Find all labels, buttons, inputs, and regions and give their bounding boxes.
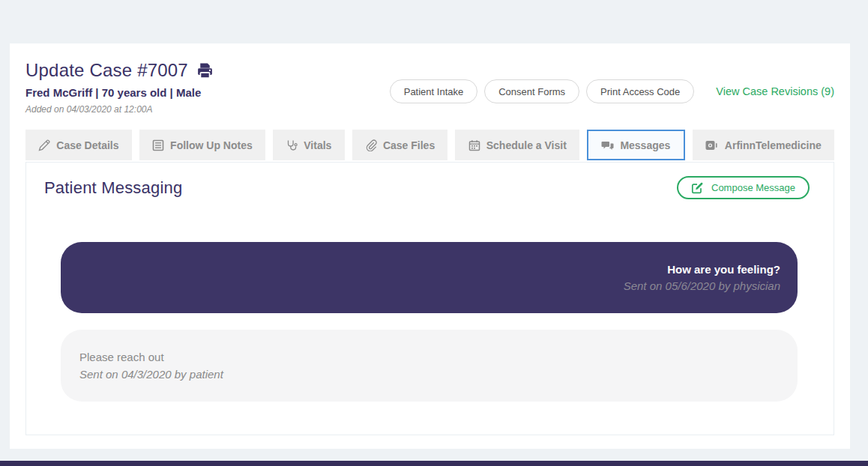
tab-vitals[interactable]: Vitals <box>273 130 345 160</box>
tab-label: Vitals <box>304 139 331 151</box>
paperclip-icon <box>365 139 377 151</box>
tab-label: Follow Up Notes <box>170 139 253 151</box>
tab-label: ArfinnTelemedicine <box>725 139 822 151</box>
message-text: How are you feeling? <box>667 263 780 276</box>
view-case-revisions-link[interactable]: View Case Revisions (9) <box>716 85 834 97</box>
tab-label: Schedule a Visit <box>486 139 567 151</box>
action-button-label: Print Access Code <box>600 86 680 97</box>
tab-label: Case Files <box>383 139 435 151</box>
tab-bar: Case Details Follow Up Notes Vitals Case… <box>25 130 834 160</box>
messaging-panel: Patient Messaging Compose Message How ar… <box>25 162 834 435</box>
compose-message-button[interactable]: Compose Message <box>677 176 810 199</box>
print-access-code-button[interactable]: Print Access Code <box>586 79 694 103</box>
action-button-label: Consent Forms <box>498 86 565 97</box>
consent-forms-button[interactable]: Consent Forms <box>484 79 579 103</box>
tab-follow-up-notes[interactable]: Follow Up Notes <box>139 130 265 160</box>
footer-bar <box>0 461 868 466</box>
panel-title: Patient Messaging <box>44 178 182 198</box>
compose-icon <box>691 181 704 194</box>
chat-bubbles-icon <box>601 139 614 151</box>
compose-message-label: Compose Message <box>711 182 795 193</box>
case-header: Update Case #7007 Fred McGriff | 70 year… <box>25 60 834 115</box>
message-bubble-patient: Please reach out Sent on 04/3/2020 by pa… <box>61 330 798 402</box>
case-added-timestamp: Added on 04/03/2020 at 12:00A <box>25 104 214 115</box>
print-icon[interactable] <box>196 61 214 80</box>
tab-arfinntelemedicine[interactable]: ArfinnTelemedicine <box>693 130 834 160</box>
tab-case-details[interactable]: Case Details <box>25 130 132 160</box>
page-title: Update Case #7007 <box>25 60 188 81</box>
message-bubble-physician: How are you feeling? Sent on 05/6/2020 b… <box>61 242 798 313</box>
tab-label: Messages <box>620 139 670 151</box>
message-list: How are you feeling? Sent on 05/6/2020 b… <box>44 242 810 402</box>
patient-summary: Fred McGriff | 70 years old | Male <box>25 86 214 99</box>
calendar-icon <box>468 139 480 151</box>
video-camera-icon <box>705 140 719 151</box>
pencil-icon <box>38 139 50 151</box>
message-timestamp: Sent on 04/3/2020 by patient <box>79 368 223 381</box>
message-text: Please reach out <box>79 351 164 363</box>
tab-case-files[interactable]: Case Files <box>352 130 448 160</box>
messaging-panel-header: Patient Messaging Compose Message <box>44 176 810 199</box>
tab-schedule-a-visit[interactable]: Schedule a Visit <box>455 130 579 160</box>
stethoscope-icon <box>286 139 298 151</box>
case-actions: Patient Intake Consent Forms Print Acces… <box>390 79 834 103</box>
tab-messages[interactable]: Messages <box>587 130 684 160</box>
case-card: Update Case #7007 Fred McGriff | 70 year… <box>10 43 850 449</box>
case-title-block: Update Case #7007 Fred McGriff | 70 year… <box>25 60 214 115</box>
tab-label: Case Details <box>56 139 118 151</box>
patient-intake-button[interactable]: Patient Intake <box>390 79 478 103</box>
message-timestamp: Sent on 05/6/2020 by physician <box>624 279 780 292</box>
action-button-label: Patient Intake <box>404 86 464 97</box>
notes-list-icon <box>152 139 164 151</box>
